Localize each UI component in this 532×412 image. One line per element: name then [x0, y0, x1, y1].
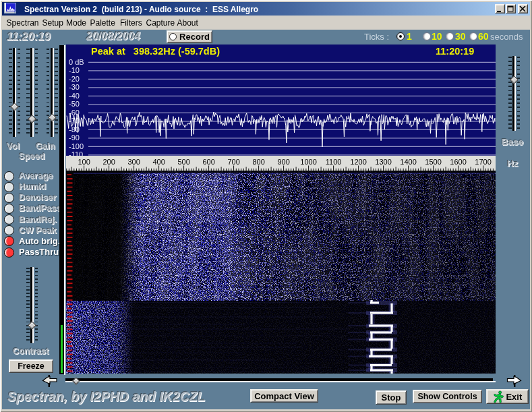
- svg-text:1300: 1300: [375, 158, 391, 166]
- svg-text:700: 700: [227, 158, 239, 166]
- svg-text:800: 800: [252, 158, 264, 166]
- svg-text:1000: 1000: [300, 158, 316, 166]
- svg-text:500: 500: [177, 158, 189, 166]
- svg-text:400: 400: [152, 158, 165, 166]
- svg-text:-90: -90: [69, 134, 80, 142]
- svg-text:-20: -20: [69, 75, 80, 83]
- svg-text:600: 600: [202, 158, 214, 166]
- svg-text:200: 200: [102, 158, 115, 166]
- svg-text:Peak at 398.32Hz (-59.7dB): Peak at 398.32Hz (-59.7dB): [91, 46, 220, 57]
- svg-text:100: 100: [78, 158, 90, 166]
- svg-text:900: 900: [277, 158, 289, 166]
- svg-text:-30: -30: [69, 83, 80, 91]
- svg-text:300: 300: [127, 158, 140, 166]
- svg-text:11:20:19: 11:20:19: [436, 46, 474, 57]
- svg-text:-50: -50: [69, 100, 80, 108]
- svg-text:-100: -100: [69, 142, 84, 150]
- svg-text:0 dB: 0 dB: [69, 58, 84, 66]
- svg-text:-110: -110: [69, 150, 83, 156]
- svg-text:1100: 1100: [326, 158, 342, 166]
- svg-text:-40: -40: [69, 92, 80, 100]
- svg-text:1200: 1200: [350, 158, 366, 166]
- svg-text:1700: 1700: [475, 158, 491, 166]
- svg-text:1600: 1600: [450, 158, 466, 166]
- svg-text:1500: 1500: [425, 158, 441, 166]
- svg-text:-10: -10: [69, 66, 80, 74]
- svg-text:1400: 1400: [400, 158, 416, 166]
